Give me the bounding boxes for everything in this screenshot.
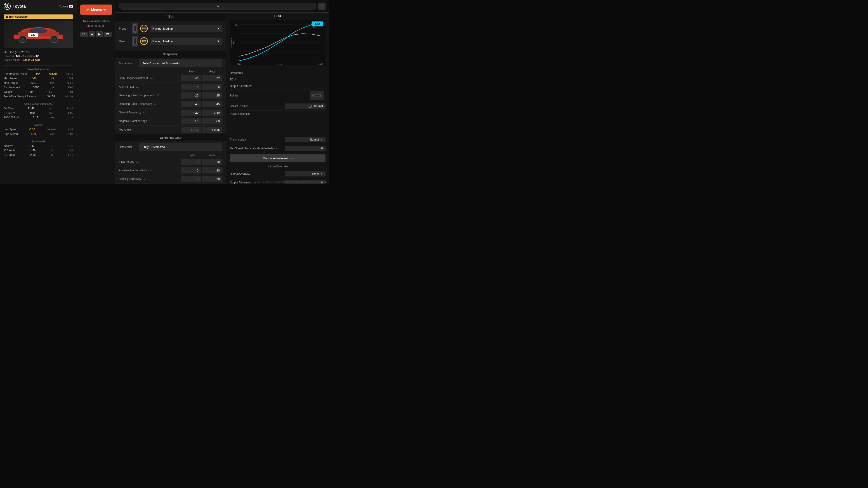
downforce-label: Downforce <box>230 71 326 74</box>
max-torque-row: Max Torque 429.8 ft·lb 429.8 <box>4 80 73 85</box>
body-height-rear[interactable]: 77 <box>202 75 222 81</box>
l1-badge[interactable]: L1 <box>80 32 88 37</box>
susp-col-rear: Rear <box>202 70 222 73</box>
r120-unit: G <box>51 149 53 152</box>
balance-label: Front-Rear Weight Balance <box>4 95 36 98</box>
brake-sens-rear[interactable]: 30 <box>202 176 222 182</box>
front-tire-select[interactable]: Racing: Medium ▼ <box>150 25 222 32</box>
r240-compare: 2.16 <box>68 154 73 156</box>
car-drivetrain-line: Drivetrain MR / Aspiration TC <box>4 55 73 58</box>
damping-comp-rear[interactable]: 25 <box>202 92 222 98</box>
brake-sens-front[interactable]: 0 <box>181 176 201 182</box>
initial-torque-front[interactable]: 0 <box>181 159 201 165</box>
initial-torque-row: Initial Torque Lv. 0 10 <box>115 158 226 166</box>
a0-400-row: 0-400 m 11.48 sec. 11.48 <box>4 106 73 111</box>
top-speed-value[interactable]: 0 <box>285 146 326 151</box>
top-bar-search[interactable]: -- <box>119 3 316 9</box>
nitrous-value[interactable]: None ▼ <box>285 171 326 176</box>
neg-camber-label: Negative Camber Angle ° <box>119 120 180 123</box>
tire-svg-rear <box>133 37 137 46</box>
balance-compare: 49 : 51 <box>65 95 73 98</box>
natural-freq-rear[interactable]: 3.80 <box>202 109 222 116</box>
left-panel: Toyota Toyota 🇯🇵 ⚖ BoP Applied (M) <box>0 0 77 184</box>
measure-button[interactable]: ⚠ Measure <box>80 4 112 15</box>
damping-comp-front[interactable]: 25 <box>181 92 201 98</box>
neg-camber-rear[interactable]: 2.0 <box>202 118 222 124</box>
anti-roll-front[interactable]: 5 <box>181 84 201 90</box>
svg-text:hp: hp <box>313 26 316 29</box>
max-torque-value: 429.8 <box>31 81 37 85</box>
rot-g-header: Rotational G <box>0 139 76 144</box>
menu-icon[interactable]: ☰ <box>318 3 326 10</box>
accel-sens-rear[interactable]: 20 <box>202 167 222 173</box>
history-dot-5[interactable] <box>102 25 104 27</box>
natural-freq-front[interactable]: 4.20 <box>181 109 201 116</box>
weight-compare: 1984 <box>68 91 73 93</box>
ballast-row: Ballast <box>230 90 326 102</box>
tires-section: Front RM Racing: Medium ▼ Rear <box>115 21 226 51</box>
pp-prefix: PP <box>36 72 40 75</box>
r240-row: 240 km/h 2.16 G 2.16 <box>4 153 73 157</box>
initial-torque-rear[interactable]: 10 <box>202 159 222 165</box>
weight-value: 1984 <box>27 90 33 94</box>
rear-tire-select[interactable]: Racing: Medium ▼ <box>150 38 222 45</box>
r60-value: 1.42 <box>29 144 34 148</box>
toe-angle-row: Toe Angle ° ↕ 0.10 ↕ 0.35 <box>115 126 226 134</box>
suspension-type-row: Suspension Fully Customized Suspension <box>115 58 226 69</box>
differential-type-box[interactable]: Fully Customized <box>139 143 222 151</box>
main-panel: Tires Front RM Racing: Medium ▼ Rear <box>115 13 226 184</box>
rear-tire-row: Rear RM Racing: Medium ▼ <box>119 36 222 46</box>
a0-1000-unit: sec. <box>49 112 53 114</box>
history-dot-3[interactable] <box>95 25 97 27</box>
middle-panel: ⚠ Measure Measurement History L1 ◀ ▶ R1 <box>77 0 115 184</box>
rear-tire-badge: RM <box>142 40 146 42</box>
high-speed-compare: -1.00 <box>67 133 73 135</box>
low-speed-row: Low Speed -0.38 (Neutral) -0.38 <box>4 127 73 132</box>
ballast-label: Ballast <box>230 94 310 97</box>
history-dot-2[interactable] <box>91 25 93 27</box>
svg-text:Downforce: Downforce <box>230 38 232 47</box>
svg-rect-16 <box>134 26 136 31</box>
anti-roll-rear[interactable]: 5 <box>202 84 222 90</box>
history-dot-1[interactable] <box>88 25 90 27</box>
tires-section-title: Tires <box>115 13 226 21</box>
a100-150-value: 2.13 <box>33 116 38 119</box>
max-torque-compare: 429.8 <box>67 82 73 84</box>
damping-exp-rear[interactable]: 45 <box>202 101 222 107</box>
natural-freq-label: Natural Frequency Hz <box>119 111 180 115</box>
top-speed-unit: km/h <box>274 147 279 150</box>
measurement-history: Measurement History L1 ◀ ▶ R1 <box>80 20 112 37</box>
chart-container: 430 1000 rpm 8000 542 hp Downforce ft·lb <box>230 20 326 65</box>
engine-value: T836-9-GT-One <box>21 58 40 61</box>
neg-camber-front[interactable]: 2.5 <box>181 118 201 124</box>
aspiration-value: TC <box>35 55 39 58</box>
r60-compare: 1.42 <box>68 144 73 147</box>
damping-exp-front[interactable]: 45 <box>181 101 201 107</box>
history-dot-4[interactable] <box>98 25 101 27</box>
max-power-label: Max Power <box>4 77 17 80</box>
downforce-row: Downforce <box>230 70 326 76</box>
body-height-front[interactable]: 46 <box>181 75 201 81</box>
suspension-col-headers: Front Rear <box>115 69 226 74</box>
a100-150-unit: sec. <box>51 116 55 119</box>
r1-badge[interactable]: R1 <box>103 32 112 37</box>
manual-adj-button[interactable]: Manual Adjustment ••• <box>230 154 326 162</box>
ballast-pos-radio <box>309 105 312 108</box>
accel-sens-front[interactable]: 0 <box>181 167 201 173</box>
transmission-value[interactable]: Normal ▼ <box>285 137 326 142</box>
low-speed-note: (Neutral) <box>47 128 56 131</box>
a0-400-unit: sec. <box>49 107 53 110</box>
max-power-compare: 542 <box>69 77 73 80</box>
max-power-value: 542 <box>32 77 36 80</box>
neg-camber-row: Negative Camber Angle ° 2.5 2.0 <box>115 117 226 126</box>
prev-button[interactable]: ◀ <box>89 31 95 37</box>
anti-roll-label: Anti-Roll Bar Lv. <box>119 85 180 89</box>
next-button[interactable]: ▶ <box>96 31 103 37</box>
max-power-row: Max Power 542 HP 542 <box>4 76 73 80</box>
toe-angle-front[interactable]: ↕ 0.10 <box>181 127 201 133</box>
toe-angle-rear[interactable]: ↕ 0.35 <box>202 127 222 133</box>
svg-point-1 <box>5 6 9 8</box>
initial-torque-label: Initial Torque Lv. <box>119 160 180 164</box>
suspension-type-box[interactable]: Fully Customized Suspension <box>139 59 222 67</box>
differential-type-row: Differential Fully Customized <box>115 141 226 153</box>
